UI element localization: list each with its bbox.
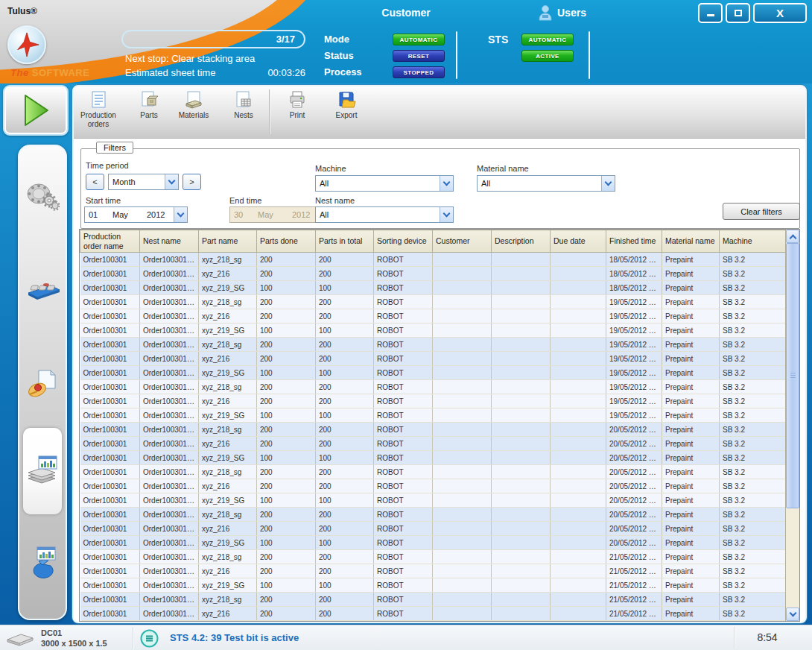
column-header[interactable]: Finished time <box>606 230 662 253</box>
table-row[interactable]: Order100301Order100301001xyz_216200200RO… <box>80 267 787 281</box>
table-cell <box>551 508 606 522</box>
table-row[interactable]: Order100301Order100301001xyz_219_SG10010… <box>80 578 787 593</box>
table-row[interactable]: Order100301Order100301001xyz_216200200RO… <box>80 564 787 578</box>
table-row[interactable]: Order100301Order100301001xyz_216200200RO… <box>80 522 787 536</box>
table-cell: Order100301 <box>80 607 140 621</box>
clear-filters-button[interactable]: Clear filters <box>723 203 800 220</box>
table-row[interactable]: Order100301Order100301001xyz_218_sg20020… <box>80 465 787 479</box>
table-cell: SB 3.2 <box>720 479 787 493</box>
sidebar-item-sheet-handling[interactable] <box>19 365 66 401</box>
table-cell <box>433 593 492 607</box>
table-cell <box>551 324 606 338</box>
column-header[interactable]: Due date <box>551 230 606 253</box>
toolbar-item-label: Parts <box>125 111 173 120</box>
table-row[interactable]: Order100301Order100301001xyz_218_sg20020… <box>80 338 787 352</box>
table-cell: 200 <box>316 295 374 309</box>
table-row[interactable]: Order100301Order100301001xyz_216200200RO… <box>80 479 787 493</box>
toolbar-item-materials[interactable]: Materials <box>170 89 218 136</box>
scroll-down-button[interactable] <box>786 608 799 621</box>
table-row[interactable]: Order100301Order100301001xyz_219_SG10010… <box>80 408 787 423</box>
column-header[interactable]: Parts in total <box>316 230 374 253</box>
user-icon <box>538 4 553 21</box>
table-row[interactable]: Order100301Order100301001xyz_216200200RO… <box>80 309 787 324</box>
table-cell: ROBOT <box>374 508 433 522</box>
column-header[interactable]: Machine <box>720 230 787 253</box>
nest-name-select[interactable]: All <box>315 206 454 223</box>
dropdown-button[interactable] <box>165 174 178 189</box>
toolbar-item-production-orders[interactable]: Production orders <box>74 89 122 136</box>
table-cell: xyz_216 <box>199 437 257 451</box>
dropdown-button[interactable] <box>174 207 187 222</box>
table-row[interactable]: Order100301Order100301001xyz_219_SG10010… <box>80 281 787 295</box>
previous-period-button[interactable]: < <box>86 174 104 190</box>
dropdown-button[interactable] <box>440 176 453 191</box>
table-row[interactable]: Order100301Order100301001xyz_218_sg20020… <box>80 295 787 309</box>
next-period-button[interactable]: > <box>183 174 201 190</box>
table-row[interactable]: Order100301Order100301001xyz_218_sg20020… <box>80 508 787 522</box>
column-header[interactable]: Customer <box>433 230 492 253</box>
table-cell <box>492 607 551 621</box>
table-row[interactable]: Order100301Order100301001xyz_216200200RO… <box>80 394 787 408</box>
clock: 8:54 <box>738 631 797 643</box>
toolbar-item-print[interactable]: Print <box>273 89 321 136</box>
table-cell: 100 <box>316 536 374 550</box>
sts-state-badge: ACTIVE <box>521 50 574 62</box>
table-row[interactable]: Order100301Order100301001xyz_216200200RO… <box>80 607 787 621</box>
scroll-up-button[interactable] <box>786 230 799 243</box>
machine-select[interactable]: All <box>315 175 454 192</box>
time-period-select[interactable]: Month <box>108 174 179 190</box>
dropdown-button[interactable] <box>601 176 615 191</box>
sidebar-item-statistics[interactable] <box>19 544 66 580</box>
table-cell: xyz_216 <box>199 479 257 493</box>
toolbar-item-nests[interactable]: Nests <box>220 89 267 136</box>
table-row[interactable]: Order100301Order100301001xyz_219_SG10010… <box>80 536 787 550</box>
vertical-scrollbar[interactable] <box>785 230 799 621</box>
message-icon[interactable] <box>140 629 159 648</box>
table-cell: Order100301001 <box>140 352 199 366</box>
table-row[interactable]: Order100301Order100301001xyz_219_SG10010… <box>80 493 787 508</box>
table-row[interactable]: Order100301Order100301001xyz_219_SG10010… <box>80 324 787 338</box>
column-header[interactable]: Sorting device <box>374 230 433 253</box>
maximize-button[interactable] <box>726 3 750 23</box>
table-cell <box>492 423 551 437</box>
close-button[interactable]: X <box>753 3 807 23</box>
table-row[interactable]: Order100301Order100301001xyz_219_SG10010… <box>80 366 787 380</box>
table-cell: Prepaint <box>662 479 720 493</box>
minimize-button[interactable] <box>698 3 723 23</box>
table-row[interactable]: Order100301Order100301001xyz_218_sg20020… <box>80 550 787 564</box>
column-header[interactable]: Material name <box>662 230 720 253</box>
table-cell <box>492 267 551 281</box>
table-cell <box>492 253 551 267</box>
table-cell: 200 <box>316 309 374 324</box>
sidebar-item-machine-table[interactable] <box>19 271 66 307</box>
users-area[interactable]: Users <box>538 3 586 22</box>
table-row[interactable]: Order100301Order100301001xyz_218_sg20020… <box>80 593 787 607</box>
sidebar-item-machine-tools[interactable] <box>19 179 66 215</box>
table-row[interactable]: Order100301Order100301001xyz_216200200RO… <box>80 437 787 451</box>
table-row[interactable]: Order100301Order100301001xyz_218_sg20020… <box>80 380 787 394</box>
column-header[interactable]: Nest name <box>140 230 199 253</box>
column-header[interactable]: Part name <box>199 230 257 253</box>
table-cell: Prepaint <box>662 536 720 550</box>
table-row[interactable]: Order100301Order100301001xyz_218_sg20020… <box>80 253 787 267</box>
table-row[interactable]: Order100301Order100301001xyz_218_sg20020… <box>80 423 787 437</box>
table-cell <box>551 578 606 593</box>
table-cell: SB 3.2 <box>720 593 787 607</box>
table-cell: 100 <box>316 451 374 465</box>
scrollbar-thumb[interactable] <box>786 243 799 508</box>
toolbar-item-parts[interactable]: Parts <box>125 89 173 136</box>
column-header[interactable]: Description <box>492 230 551 253</box>
table-cell: 200 <box>316 508 374 522</box>
table-row[interactable]: Order100301Order100301001xyz_219_SG10010… <box>80 451 787 465</box>
start-time-select[interactable]: 01 May 2012 <box>84 206 188 223</box>
material-name-select[interactable]: All <box>477 175 615 192</box>
column-header[interactable]: Parts done <box>257 230 316 253</box>
table-cell <box>551 479 606 493</box>
toolbar-item-export[interactable]: Export <box>323 89 370 136</box>
sidebar-item-start[interactable] <box>3 85 69 136</box>
table-cell: Order100301 <box>80 536 140 550</box>
dropdown-button[interactable] <box>440 207 453 222</box>
table-row[interactable]: Order100301Order100301001xyz_216200200RO… <box>80 352 787 366</box>
sidebar-item-reports-selected[interactable] <box>23 428 62 514</box>
column-header[interactable]: Production order name <box>80 230 140 253</box>
